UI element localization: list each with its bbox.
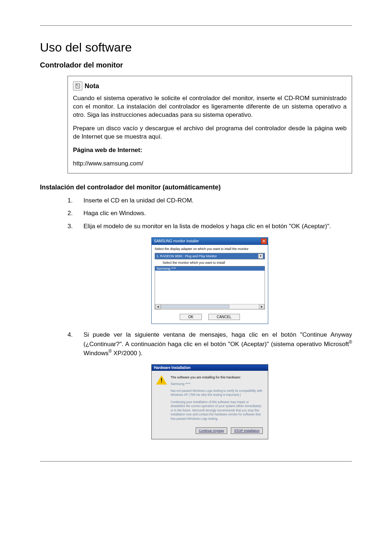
note-icon [73, 81, 82, 91]
footer-rule [40, 461, 352, 461]
chevron-down-icon[interactable]: ▾ [258, 254, 263, 259]
step-text: Elija el modelo de su monitor en la list… [83, 222, 331, 231]
close-icon[interactable]: × [261, 238, 267, 244]
installer-title-text: SAMSUNG monitor installer [154, 239, 199, 243]
step-text: Si puede ver la siguiente ventana de men… [83, 331, 352, 358]
document-page: Uso del software Controlador del monitor… [0, 0, 392, 554]
cancel-button[interactable]: CANCEL [208, 314, 240, 320]
scrollbar-thumb[interactable] [161, 305, 229, 308]
page-title: Uso del software [40, 40, 352, 54]
note-title: Nota [85, 82, 99, 90]
scroll-right-icon[interactable]: ▸ [259, 304, 265, 309]
note-box: Nota Cuando el sistema operativo le soli… [68, 76, 352, 173]
adapter-selected: 1. RADEON 9550 : Plug and Play Monitor [156, 254, 217, 258]
step-1: 1. Inserte el CD en la unidad del CD-ROM… [68, 196, 352, 205]
note-web-label: Página web de Internet: [73, 146, 347, 155]
installer-dialog: SAMSUNG monitor installer × Select the d… [151, 237, 268, 324]
step-number: 2. [68, 209, 75, 218]
warning-titlebar: Hardware Installation [152, 365, 268, 371]
samsung-url[interactable]: http://www.samsung.com/ [73, 160, 143, 167]
stop-installation-button[interactable]: STOP Installation [231, 427, 263, 434]
step-2: 2. Haga clic en Windows. [68, 209, 352, 218]
installer-label-adapter: Select the display adapter on which you … [155, 247, 265, 251]
note-paragraph-1: Cuando el sistema operativo le solicite … [73, 94, 347, 119]
step-text: Haga clic en Windows. [83, 209, 146, 218]
note-paragraph-2: Prepare un disco vacío y descargue el ar… [73, 124, 347, 141]
section-heading-install-auto: Instalación del controlador del monitor … [40, 184, 352, 191]
registered-mark: ® [349, 340, 352, 345]
monitor-listbox[interactable]: Samsung **** ◂ ▸ [155, 266, 265, 309]
step-3: 3. Elija el modelo de su monitor en la l… [68, 222, 352, 231]
step-text: Inserte el CD en la unidad del CD-ROM. [83, 196, 193, 205]
step-4: 4. Si puede ver la siguiente ventana de … [68, 331, 352, 358]
adapter-combobox[interactable]: 1. RADEON 9550 : Plug and Play Monitor ▾ [155, 253, 265, 259]
warning-device-name: Samsung **** [171, 382, 263, 386]
continue-anyway-button[interactable]: Continue Anyway [196, 427, 228, 434]
scroll-left-icon[interactable]: ◂ [155, 304, 161, 309]
warning-icon: ! [156, 375, 167, 385]
installer-label-monitor: Select the monitor which you want to ins… [163, 261, 265, 264]
warning-software-line: The software you are installing for this… [171, 375, 263, 379]
step-number: 3. [68, 222, 75, 231]
step-number: 1. [68, 196, 75, 205]
ok-button[interactable]: OK [180, 314, 201, 320]
steps-list: 1. Inserte el CD en la unidad del CD-ROM… [68, 196, 352, 440]
warning-paragraph-2: Continuing your installation of this sof… [171, 400, 263, 421]
horizontal-scrollbar[interactable]: ◂ ▸ [155, 304, 265, 309]
scrollbar-track[interactable] [161, 305, 259, 308]
warning-paragraph-1: has not passed Windows Logo testing to v… [171, 389, 263, 397]
registered-mark: ® [109, 349, 112, 354]
header-rule [40, 25, 352, 26]
step-number: 4. [68, 331, 75, 358]
note-header: Nota [73, 81, 347, 91]
installer-titlebar: SAMSUNG monitor installer × [152, 238, 268, 245]
monitor-selected[interactable]: Samsung **** [155, 266, 265, 271]
warning-dialog: Hardware Installation ! The software you… [151, 364, 268, 440]
section-heading-driver: Controlador del monitor [40, 61, 352, 69]
